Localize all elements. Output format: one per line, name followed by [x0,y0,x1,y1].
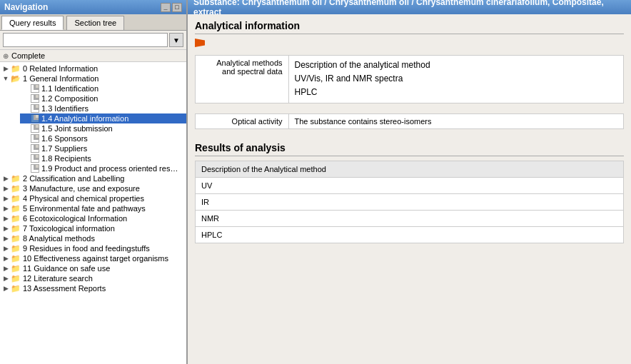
value-line-2: UV/Vis, IR and NMR spectra [295,72,618,86]
folder-icon: 📁 [11,234,21,243]
flag-row [195,39,624,49]
result-hplc: HPLC [196,226,624,243]
nav-header-buttons: _ □ [161,3,182,12]
expand-icon [21,114,30,123]
expand-icon [21,144,30,153]
tree-item-analytical[interactable]: 1.4 Analytical information [20,113,186,123]
tree-item-identifiers[interactable]: 1.3 Identifiers [20,103,186,113]
optical-activity-label: Optical activity [196,114,288,128]
analytical-methods-label: Analytical methodsand spectral data [196,56,288,103]
doc-icon [31,94,39,103]
doc-icon [31,164,39,173]
item-label: 1 General Information [23,74,99,83]
folder-icon: 📁 [11,264,21,273]
tree-item-lit[interactable]: ▶ 📁 12 Literature search [0,273,186,283]
search-button[interactable]: ▼ [169,33,183,47]
expand-icon [21,124,30,133]
expand-icon [21,134,30,143]
search-input[interactable] [3,33,168,47]
tree-item-anal8[interactable]: ▶ 📁 8 Analytical methods [0,233,186,243]
item-label: 1.3 Identifiers [41,104,89,113]
folder-icon: 📁 [11,194,21,203]
item-label: 1.5 Joint submission [41,124,113,133]
tree-item-general[interactable]: ▼ 📂 1 General Information [0,74,186,84]
item-label: 1.1 Identification [41,84,99,93]
tree-item-sponsors[interactable]: 1.6 Sponsors [20,133,186,143]
folder-icon: 📁 [11,284,21,293]
expand-icon: ▶ [1,264,10,273]
tree-item-environ[interactable]: ▶ 📁 5 Environmental fate and pathways [0,203,186,213]
tree-item-effect[interactable]: ▶ 📁 10 Effectiveness against target orga… [0,253,186,263]
optical-activity-value: The substance contains stereo-isomers [288,114,623,128]
table-row: UV [196,177,624,193]
results-table: Description of the Analytical method UV … [195,161,624,243]
optical-activity-row: Optical activity The substance contains … [196,114,623,128]
doc-icon [31,154,39,163]
analytical-methods-row: Analytical methodsand spectral data Desc… [196,56,623,103]
expand-icon: ▶ [1,194,10,203]
expand-icon: ▶ [1,274,10,283]
doc-icon [31,134,39,143]
result-uv: UV [196,177,624,193]
item-label: 5 Environmental fate and pathways [23,204,146,213]
tree-item-tox[interactable]: ▶ 📁 7 Toxicological information [0,223,186,233]
expand-icon: ▼ [1,74,10,83]
tree-item-eco[interactable]: ▶ 📁 6 Ecotoxicological Information [0,213,186,223]
doc-icon [31,104,39,113]
folder-icon: 📁 [11,184,21,193]
tree-item-related[interactable]: ▶ 📁 0 Related Information [0,64,186,74]
expand-icon: ▶ [1,284,10,293]
item-label: 1.2 Composition [41,94,99,103]
maximize-button[interactable]: □ [172,3,182,12]
expand-icon [21,154,30,163]
expand-icon: ▶ [1,204,10,213]
tree-item-class[interactable]: ▶ 📁 2 Classification and Labelling [0,173,186,183]
tree-item-suppliers[interactable]: 1.7 Suppliers [20,143,186,153]
optical-activity-section: Optical activity The substance contains … [195,113,624,129]
item-label: 0 Related Information [23,64,98,73]
right-panel: Substance: Chrysanthemum oil / Chrysanth… [188,0,631,364]
left-panel: Navigation _ □ Query results Section tre… [0,0,188,364]
tab-query-results[interactable]: Query results [1,16,64,30]
folder-icon: 📁 [11,64,21,73]
tree-item-identification[interactable]: 1.1 Identification [20,84,186,93]
tree-item-recipients[interactable]: 1.8 Recipients [20,153,186,163]
item-label: 1.7 Suppliers [41,144,87,153]
analytical-methods-section: Analytical methodsand spectral data Desc… [195,55,624,103]
nav-header: Navigation _ □ [0,0,186,14]
expand-icon: ▶ [1,64,10,73]
folder-icon: 📁 [11,274,21,283]
tree-item-composition[interactable]: 1.2 Composition [20,93,186,103]
item-label: 13 Assessment Reports [23,284,106,293]
tree-item-guidance[interactable]: ▶ 📁 11 Guidance on safe use [0,263,186,273]
tree-item-assess[interactable]: ▶ 📁 13 Assessment Reports [0,283,186,293]
tree-container[interactable]: ▶ 📁 0 Related Information ▼ 📂 1 General … [0,62,186,364]
expand-icon: ▶ [1,224,10,233]
result-nmr: NMR [196,210,624,226]
tab-section-tree[interactable]: Section tree [66,16,124,30]
analytical-methods-values: Description of the analytical method UV/… [288,56,623,103]
item-label: 4 Physical and chemical properties [23,194,144,203]
result-description: Description of the Analytical method [196,161,624,177]
table-row: Description of the Analytical method [196,161,624,177]
tree-item-joint[interactable]: 1.5 Joint submission [20,123,186,133]
tree-item-residues[interactable]: ▶ 📁 9 Residues in food and feedingstuffs [0,243,186,253]
doc-icon [31,144,39,153]
nav-title: Navigation [4,2,48,12]
section-title: Analytical information [195,20,624,34]
filter-icon: ⊕ [3,52,9,60]
result-ir: IR [196,193,624,210]
expand-icon: ▶ [1,244,10,253]
table-row: HPLC [196,226,624,243]
tree-item-product[interactable]: 1.9 Product and process oriented res… [20,163,186,173]
item-label: 11 Guidance on safe use [23,264,110,273]
tabs-row: Query results Section tree [0,14,186,31]
minimize-button[interactable]: _ [161,3,171,12]
item-label: 1.9 Product and process oriented res… [41,164,178,173]
tree-item-manuf[interactable]: ▶ 📁 3 Manufacture, use and exposure [0,183,186,193]
search-row: ▼ [0,31,186,50]
expand-icon: ▶ [1,234,10,243]
tree-item-physical[interactable]: ▶ 📁 4 Physical and chemical properties [0,193,186,203]
right-content: Analytical information Analytical method… [188,14,631,364]
expand-icon: ▶ [1,214,10,223]
